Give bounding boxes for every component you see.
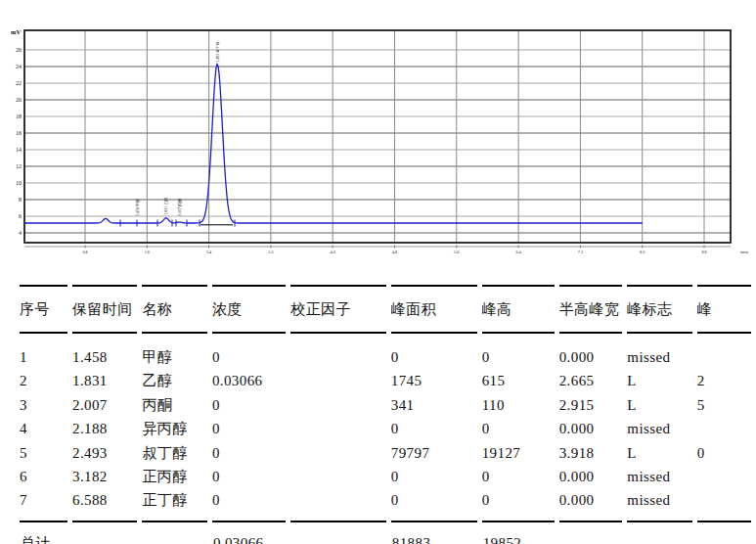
table-cell: 叔丁醇 bbox=[142, 441, 207, 465]
x-tick-label: 7.2 bbox=[578, 249, 583, 254]
table-cell: 乙醇 bbox=[142, 370, 207, 393]
table-cell: 615 bbox=[482, 370, 555, 393]
table-header-row: 序号保留时间名称浓度校正因子峰面积峰高半高峰宽峰标志峰 bbox=[20, 285, 751, 334]
table-cell bbox=[697, 489, 751, 521]
table-cell: 5 bbox=[697, 393, 751, 417]
table-cell: 1745 bbox=[391, 370, 477, 393]
x-tick-label: 3.2 bbox=[268, 249, 273, 254]
plot-border bbox=[24, 30, 731, 243]
table-cell: 1.831 bbox=[72, 370, 137, 393]
table-cell: 341 bbox=[391, 393, 477, 417]
table-cell: 0 bbox=[212, 489, 286, 521]
table-cell: 110 bbox=[482, 393, 555, 417]
y-tick-label: 16 bbox=[16, 130, 22, 136]
total-cell bbox=[697, 521, 751, 544]
table-cell bbox=[290, 465, 386, 488]
table-row: 32.007丙酮03411102.915L5 bbox=[20, 393, 751, 417]
table-cell: 2 bbox=[697, 370, 751, 393]
table-cell: 2 bbox=[20, 370, 67, 393]
table-cell: L bbox=[627, 370, 692, 393]
table-cell: 0 bbox=[391, 417, 477, 440]
table-cell bbox=[290, 393, 386, 417]
total-cell bbox=[559, 521, 623, 544]
x-tick-label: 5.6 bbox=[454, 249, 459, 254]
table-row: 76.588正丁醇0000.000missed bbox=[20, 489, 751, 521]
table-cell: 正丙醇 bbox=[142, 465, 207, 488]
table-cell: 异丙醇 bbox=[142, 417, 207, 440]
total-cell: 0.03066 bbox=[212, 521, 286, 544]
y-axis-unit-label: mV bbox=[11, 28, 21, 35]
table-cell: 3.918 bbox=[559, 441, 623, 465]
y-tick-label: 6 bbox=[19, 213, 22, 219]
table-cell bbox=[290, 417, 386, 440]
table-cell: L bbox=[627, 393, 692, 417]
table-cell: missed bbox=[627, 334, 692, 370]
column-header: 峰高 bbox=[482, 285, 555, 334]
table-row: 63.182正丙醇0000.000missed bbox=[20, 465, 751, 488]
y-tick-label: 22 bbox=[16, 80, 22, 86]
chromatogram-plot: 262422201816141210864 0.81.62.43.24.04.8… bbox=[0, 0, 756, 266]
total-cell bbox=[290, 521, 386, 544]
table-row: 11.458甲醇0000.000missed bbox=[20, 334, 751, 370]
x-tick-label: 6.4 bbox=[515, 249, 521, 254]
table-cell bbox=[697, 465, 751, 488]
report-page: { "chart_data": { "type": "line", "y_axi… bbox=[0, 0, 756, 544]
table-cell bbox=[290, 370, 386, 393]
table-cell: 5 bbox=[20, 441, 67, 465]
x-tick-label: 8.0 bbox=[640, 249, 645, 254]
table-cell bbox=[697, 334, 751, 370]
table-cell: 0.000 bbox=[559, 417, 623, 440]
grid-lines: 262422201816141210864 bbox=[16, 30, 731, 243]
peak-rt-label: 2.007 丙酮 bbox=[177, 199, 183, 216]
y-tick-label: 4 bbox=[19, 230, 22, 236]
table-cell: 1.458 bbox=[72, 334, 137, 370]
table-cell: 0 bbox=[212, 417, 286, 440]
total-cell bbox=[627, 521, 692, 544]
y-tick-label: 12 bbox=[16, 163, 22, 169]
peak-labels: 1.458 甲醇1.831 乙醇2.007 丙酮2.493 叔丁醇 bbox=[135, 41, 220, 216]
column-header: 序号 bbox=[20, 285, 67, 334]
table-cell: 0 bbox=[212, 441, 286, 465]
table-cell: 甲醇 bbox=[142, 334, 207, 370]
table-cell: 7 bbox=[20, 489, 67, 521]
table-cell: 0 bbox=[212, 393, 286, 417]
table-cell: L bbox=[627, 441, 692, 465]
table-cell: 0 bbox=[482, 334, 555, 370]
y-tick-label: 24 bbox=[16, 64, 22, 69]
table-cell: 6 bbox=[20, 465, 67, 488]
column-header: 半高峰宽 bbox=[559, 285, 623, 334]
total-cell bbox=[142, 521, 207, 544]
column-header: 名称 bbox=[142, 285, 207, 334]
table-cell: 0.000 bbox=[559, 489, 623, 521]
table-cell: missed bbox=[627, 417, 692, 440]
table-row: 52.493叔丁醇079797191273.918L0 bbox=[20, 441, 751, 465]
table-cell: 6.588 bbox=[72, 489, 137, 521]
table-cell: 0 bbox=[212, 465, 286, 488]
column-header: 浓度 bbox=[212, 285, 286, 334]
table-row: 42.188异丙醇0000.000missed bbox=[20, 417, 751, 440]
table-cell: 2.493 bbox=[72, 441, 137, 465]
table-cell: 1 bbox=[20, 334, 67, 370]
table-cell: 0 bbox=[482, 465, 555, 488]
table-cell: 0.000 bbox=[559, 334, 623, 370]
x-tick-label: 2.4 bbox=[206, 249, 212, 254]
table-cell: 0 bbox=[697, 441, 751, 465]
column-header: 峰 bbox=[697, 285, 751, 334]
table-cell: 2.007 bbox=[72, 393, 137, 417]
table-cell bbox=[290, 334, 386, 370]
y-tick-label: 26 bbox=[16, 47, 22, 53]
x-tick-label: 0.8 bbox=[82, 249, 87, 254]
table-cell: 丙酮 bbox=[142, 393, 207, 417]
chromatogram-panel: 262422201816141210864 0.81.62.43.24.04.8… bbox=[0, 0, 756, 266]
table-cell bbox=[290, 489, 386, 521]
y-tick-label: 10 bbox=[16, 180, 22, 186]
y-tick-label: 14 bbox=[16, 147, 22, 153]
total-cell bbox=[72, 521, 137, 544]
total-cell: 81883 bbox=[391, 521, 477, 544]
x-tick-label: 4.8 bbox=[392, 249, 397, 254]
y-tick-label: 8 bbox=[19, 197, 22, 203]
peak-results-table: 序号保留时间名称浓度校正因子峰面积峰高半高峰宽峰标志峰 11.458甲醇0000… bbox=[15, 285, 756, 544]
table-cell: 2.188 bbox=[72, 417, 137, 440]
column-header: 峰标志 bbox=[627, 285, 692, 334]
axis-ticks: 0.81.62.43.24.04.85.66.47.28.08.8 bbox=[24, 246, 731, 254]
